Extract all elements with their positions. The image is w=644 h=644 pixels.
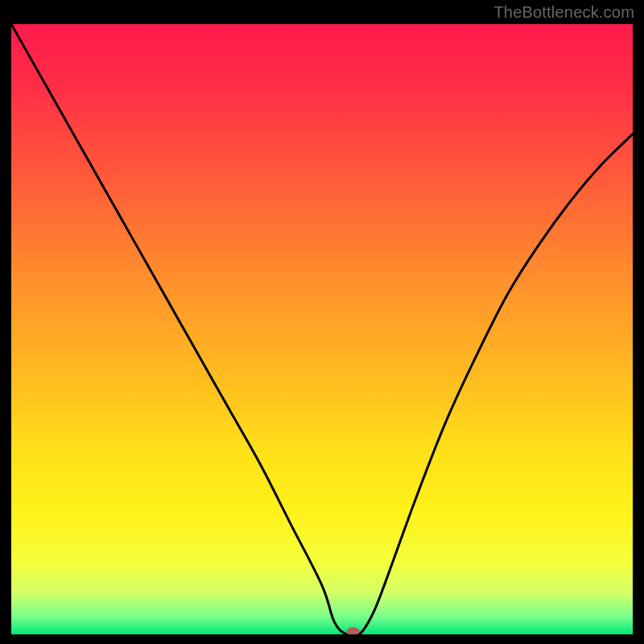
chart-svg [11, 24, 633, 634]
chart-plot-area [11, 24, 633, 634]
chart-frame: TheBottleneck.com [0, 0, 644, 644]
watermark-text: TheBottleneck.com [493, 3, 634, 22]
gradient-background [11, 24, 633, 634]
